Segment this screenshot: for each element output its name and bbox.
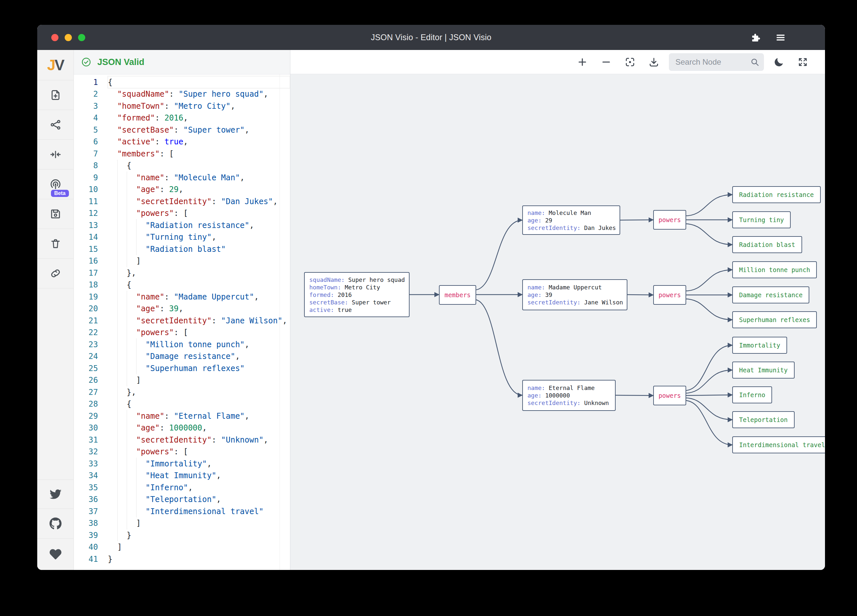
graph-node-leaf-6[interactable]: Superhuman reflexes [732, 311, 817, 328]
graph-edge [684, 395, 732, 396]
sidebar-item-save[interactable] [37, 199, 73, 229]
graph-node-leaf-8[interactable]: Heat Immunity [732, 362, 795, 379]
node-label: Superhuman reflexes [739, 316, 810, 323]
indent-guide [127, 314, 127, 327]
indent-guide [117, 374, 118, 386]
graph-canvas[interactable]: squadName: Super hero squadhomeTown: Met… [290, 74, 825, 570]
indent-guide [117, 255, 118, 267]
indent-guide [136, 231, 136, 243]
json-code-editor[interactable]: 1{2 "squadName": "Super hero squad",3 "h… [74, 74, 290, 570]
code-line: 9 "name": "Molecule Man", [74, 172, 290, 184]
download-image-button[interactable] [647, 56, 661, 68]
code-line: 29 "name": "Eternal Flame", [74, 410, 290, 422]
line-number: 23 [74, 340, 98, 349]
fullscreen-expand-icon[interactable] [796, 56, 809, 68]
sidebar-item-heart[interactable] [37, 538, 73, 570]
zoom-in-button[interactable] [576, 56, 589, 68]
indent-guide [127, 434, 127, 446]
sidebar-item-twitter[interactable] [37, 480, 73, 509]
live-transform-icon [50, 178, 61, 190]
graph-node-leaf-1[interactable]: Radiation resistance [732, 186, 821, 203]
indent-guide [127, 446, 127, 458]
app-logo[interactable]: JV [37, 50, 73, 80]
close-window-button[interactable] [51, 34, 59, 41]
graph-node-leaf-10[interactable]: Teleportation [732, 411, 795, 428]
code-line: 18 { [74, 279, 290, 291]
node-label: Million tonne punch [739, 266, 810, 273]
graph-node-member-3[interactable]: name: Eternal Flameage: 1000000secretIde… [522, 380, 616, 411]
code-line: 5 "secretBase": "Super tower", [74, 124, 290, 136]
node-field-name: name: Madame Uppercut [528, 283, 622, 291]
center-focus-button[interactable] [623, 56, 637, 68]
graph-node-root[interactable]: squadName: Super hero squadhomeTown: Met… [304, 272, 410, 317]
line-number: 17 [74, 268, 98, 278]
indent-guide [117, 362, 118, 374]
line-number: 4 [74, 113, 98, 122]
node-label: Heat Immunity [739, 367, 788, 374]
indent-guide [136, 362, 136, 374]
graph-node-leaf-9[interactable]: Inferno [732, 386, 772, 403]
indent-guide [127, 458, 127, 470]
line-number: 8 [74, 161, 98, 170]
graph-node-leaf-4[interactable]: Million tonne punch [732, 261, 817, 278]
indent-guide [117, 279, 118, 291]
indent-guide [117, 314, 118, 327]
indent-guide [117, 517, 118, 529]
code-line: 2 "squadName": "Super hero squad", [74, 88, 290, 100]
code-line: 16 ] [74, 255, 290, 267]
graph-node-leaf-5[interactable]: Damage resistance [732, 286, 809, 303]
browser-menu-icon[interactable] [775, 33, 786, 43]
line-number: 18 [74, 280, 98, 289]
graph-node-powers-1[interactable]: powers [653, 210, 686, 230]
indent-guide [127, 517, 127, 529]
indent-guide [117, 529, 118, 541]
sidebar-item-link[interactable] [37, 258, 73, 288]
code-line: 6 "active": true, [74, 136, 290, 148]
graph-node-leaf-3[interactable]: Radiation blast [732, 236, 802, 253]
graph-node-members[interactable]: members [439, 285, 476, 305]
sidebar-item-delete[interactable] [37, 229, 73, 258]
indent-guide [117, 505, 118, 517]
graph-node-leaf-2[interactable]: Turning tiny [732, 211, 791, 228]
code-line: 4 "formed": 2016, [74, 112, 290, 124]
zoom-out-button[interactable] [600, 56, 613, 68]
sidebar-item-center-nodes[interactable] [37, 140, 73, 170]
graph-node-powers-3[interactable]: powers [653, 386, 686, 406]
graph-node-member-2[interactable]: name: Madame Uppercutage: 39secretIdenti… [522, 279, 627, 310]
graph-node-leaf-11[interactable]: Interdimensional travel [732, 436, 825, 453]
line-number: 7 [74, 149, 98, 158]
indent-guide [136, 505, 136, 517]
node-field-squadName: squadName: Super hero squad [309, 276, 404, 283]
search-node-input[interactable] [669, 53, 764, 71]
line-number: 35 [74, 483, 98, 492]
maximize-window-button[interactable] [78, 34, 85, 41]
graph-node-powers-2[interactable]: powers [653, 285, 686, 305]
sidebar-item-share-graph[interactable] [37, 110, 73, 140]
node-field-secretIdentity: secretIdentity: Jane Wilson [528, 299, 622, 306]
indent-guide [117, 470, 118, 482]
indent-guide [136, 219, 136, 231]
dark-mode-moon-icon[interactable] [772, 56, 786, 68]
line-number: 16 [74, 256, 98, 266]
code-line: 26 ] [74, 374, 290, 386]
sidebar-item-new-file[interactable] [37, 80, 73, 110]
line-number: 5 [74, 125, 98, 135]
heart-icon [50, 548, 61, 560]
line-number: 19 [74, 293, 98, 302]
sidebar-item-live-transform[interactable]: Beta [37, 170, 73, 199]
extensions-puzzle-icon[interactable] [750, 33, 760, 42]
indent-guide [127, 195, 127, 207]
line-number: 36 [74, 495, 98, 504]
share-graph-icon [50, 119, 61, 131]
window-title: JSON Visio - Editor | JSON Visio [37, 33, 825, 42]
indent-guide [117, 327, 118, 339]
sidebar-item-github[interactable] [37, 509, 73, 538]
search-icon[interactable] [750, 57, 760, 67]
node-label: Turning tiny [739, 216, 784, 223]
minimize-window-button[interactable] [65, 34, 72, 41]
graph-node-member-1[interactable]: name: Molecule Manage: 29secretIdentity:… [522, 206, 620, 235]
graph-node-leaf-7[interactable]: Immortality [732, 337, 787, 354]
indent-guide [127, 219, 127, 231]
indent-guide [127, 207, 127, 220]
indent-guide [117, 231, 118, 243]
